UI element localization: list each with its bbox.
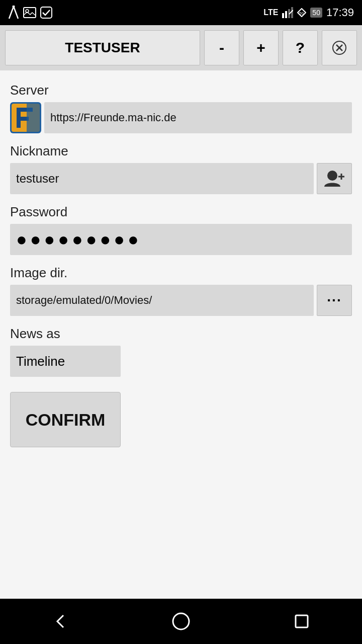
recents-button[interactable] [287, 606, 317, 636]
lte-indicator: LTE [263, 8, 278, 17]
signal-icon [282, 7, 293, 18]
svg-line-0 [9, 7, 14, 19]
image-dir-input[interactable]: storage/emulated/0/Movies/ [10, 285, 314, 316]
status-bar: LTE 50 50 17:39 [0, 0, 362, 25]
nickname-input[interactable]: testuser [10, 163, 314, 194]
antenna-icon [8, 6, 19, 20]
svg-rect-20 [27, 104, 40, 132]
help-button[interactable]: ? [283, 30, 318, 65]
back-button[interactable] [45, 606, 75, 636]
news-as-value: Timeline [16, 354, 65, 369]
add-user-button[interactable] [317, 163, 352, 194]
svg-rect-9 [291, 7, 293, 18]
nav-bar [0, 599, 362, 644]
app-icon [10, 102, 41, 133]
close-button[interactable] [322, 30, 357, 65]
image-dir-label: Image dir. [10, 265, 352, 281]
browse-button[interactable]: ··· [317, 285, 352, 316]
server-input[interactable]: https://Freunde.ma-nic.de [44, 102, 352, 133]
nickname-label: Nickname [10, 143, 352, 159]
check-icon [40, 7, 52, 19]
plus-button[interactable]: + [243, 30, 279, 65]
svg-text:50: 50 [299, 11, 304, 16]
svg-rect-6 [282, 13, 284, 18]
home-button[interactable] [166, 606, 196, 636]
svg-rect-7 [285, 11, 287, 18]
main-content: Server https://Freunde.ma-nic.de Nicknam… [0, 70, 362, 599]
image-dir-row: storage/emulated/0/Movies/ ··· [10, 285, 352, 316]
server-row: https://Freunde.ma-nic.de [10, 102, 352, 133]
svg-rect-5 [41, 7, 52, 18]
svg-line-1 [14, 7, 18, 19]
image-dir-section: Image dir. storage/emulated/0/Movies/ ··… [10, 265, 352, 316]
nickname-section: Nickname testuser [10, 143, 352, 194]
svg-point-24 [173, 613, 189, 629]
minus-button[interactable]: - [204, 30, 239, 65]
status-time: 17:39 [326, 6, 354, 19]
svg-rect-25 [296, 615, 308, 627]
news-as-label: News as [10, 326, 352, 342]
svg-point-21 [327, 171, 337, 181]
svg-rect-3 [24, 8, 36, 18]
password-section: Password ●●●●●●●●● [10, 204, 352, 255]
toolbar: TESTUSER - + ? [0, 25, 362, 70]
server-label: Server [10, 83, 352, 98]
password-label: Password [10, 204, 352, 220]
data-speed-icon: 50 [297, 8, 306, 17]
confirm-button[interactable]: CONFIRM [10, 392, 121, 447]
nickname-row: testuser [10, 163, 352, 194]
server-section: Server https://Freunde.ma-nic.de [10, 83, 352, 133]
news-as-select-wrapper[interactable]: Timeline [10, 346, 121, 377]
speed-badge: 50 [310, 8, 322, 18]
gallery-icon [23, 7, 36, 18]
password-input[interactable]: ●●●●●●●●● [10, 224, 352, 255]
news-as-section: News as Timeline [10, 326, 352, 377]
toolbar-title: TESTUSER [5, 30, 200, 65]
